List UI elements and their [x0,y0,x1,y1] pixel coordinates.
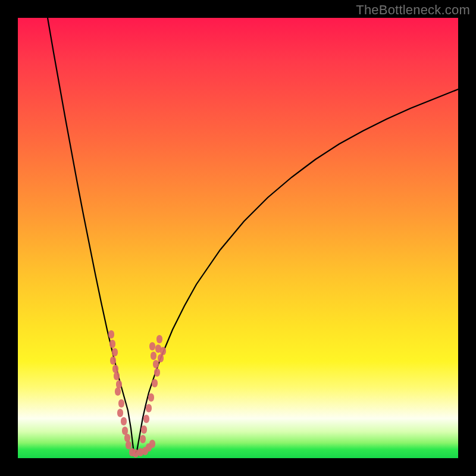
marker-point [121,417,127,425]
marker-point [108,330,114,339]
marker-point [151,352,156,360]
marker-point [110,356,116,365]
marker-point [116,380,122,389]
marker-cluster [108,330,166,458]
marker-point [124,434,130,442]
marker-point [158,354,164,362]
marker-point [153,360,159,368]
marker-point [146,404,152,412]
chart-svg [18,18,458,458]
marker-point [115,387,121,396]
marker-point [118,399,124,408]
marker-point [148,393,154,402]
plot-area [18,18,458,458]
marker-point [154,368,160,377]
marker-point [149,440,155,448]
marker-point [109,340,115,348]
marker-point [143,415,149,423]
marker-point [152,379,158,387]
marker-point [117,409,123,417]
bottleneck-curve [48,18,458,453]
marker-point [112,348,118,356]
marker-point [156,335,162,343]
marker-point [112,365,118,373]
marker-point [126,441,131,449]
watermark-text: TheBottleneck.com [356,2,470,18]
marker-point [141,425,147,434]
marker-point [149,342,155,350]
marker-point [114,372,120,380]
marker-point [122,427,128,435]
marker-point [140,435,146,443]
outer-frame: TheBottleneck.com [0,0,476,476]
marker-point [160,347,166,355]
